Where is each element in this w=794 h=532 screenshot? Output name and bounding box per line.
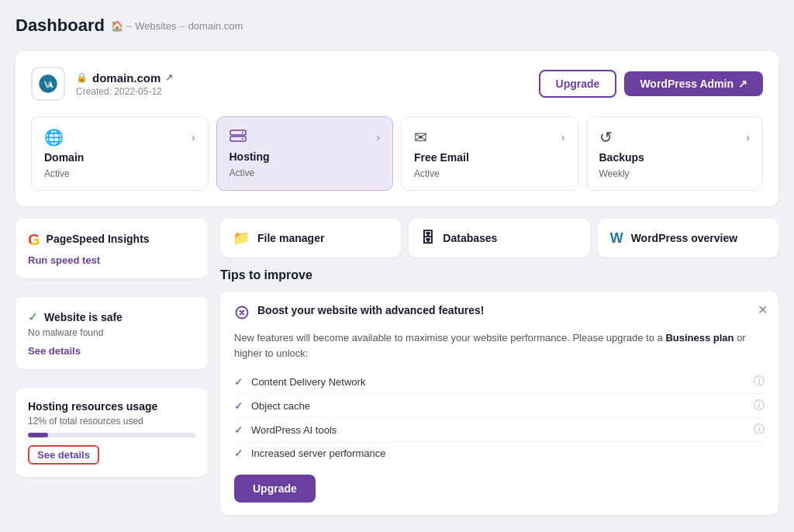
email-status: Active <box>414 168 565 179</box>
external-link-icon[interactable]: ↗ <box>165 72 173 83</box>
site-meta: 🔒 domain.com ↗ Created: 2022-05-12 <box>76 71 173 97</box>
perf-label: Increased server performance <box>251 447 385 459</box>
breadcrumb: 🏠 – Websites – domain.com <box>111 20 243 32</box>
wp-overview-label: WordPress overview <box>631 232 737 244</box>
email-icon: ✉ <box>414 128 427 147</box>
wp-admin-label: WordPress Admin <box>640 78 734 90</box>
feature-list: ✓ Content Delivery Network ⓘ ✓ Object ca… <box>234 370 765 464</box>
site-name-row: 🔒 domain.com ↗ <box>76 71 173 85</box>
feature-object-cache: ✓ Object cache ⓘ <box>234 394 765 418</box>
tip-icon <box>234 305 250 324</box>
tip-headline: Boost your website with advanced feature… <box>257 304 485 316</box>
feature-cdn: ✓ Content Delivery Network ⓘ <box>234 370 765 394</box>
feature-server-perf: ✓ Increased server performance <box>234 442 765 464</box>
quick-tools: 📁 File manager 🗄 Databases W WordPress o… <box>220 219 778 257</box>
site-info-row: 🔒 domain.com ↗ Created: 2022-05-12 Upgra… <box>31 67 763 101</box>
svg-point-2 <box>242 132 243 133</box>
wp-overview-tool[interactable]: W WordPress overview <box>598 219 778 257</box>
wp-overview-icon: W <box>610 230 623 247</box>
cdn-info-icon[interactable]: ⓘ <box>754 375 765 389</box>
hosting-name: Hosting <box>230 150 381 163</box>
upgrade-button[interactable]: Upgrade <box>539 70 617 98</box>
cache-info-icon[interactable]: ⓘ <box>754 399 765 413</box>
site-domain[interactable]: domain.com <box>92 71 161 85</box>
file-manager-label: File manager <box>257 232 324 244</box>
backups-card-header: ↺ › <box>599 128 751 147</box>
hosting-chevron: › <box>376 131 380 143</box>
pagespeed-title: PageSpeed Insights <box>47 233 150 245</box>
left-sidebar: G PageSpeed Insights Run speed test ✓ We… <box>16 219 208 515</box>
breadcrumb-domain[interactable]: domain.com <box>188 20 243 32</box>
wp-admin-ext-icon: ↗ <box>738 78 747 90</box>
main-site-card: 🔒 domain.com ↗ Created: 2022-05-12 Upgra… <box>16 51 778 206</box>
backups-name: Backups <box>599 151 751 164</box>
domain-icon: 🌐 <box>44 128 64 147</box>
file-manager-icon: 📁 <box>233 230 250 247</box>
tip-close-button[interactable]: ✕ <box>758 302 768 317</box>
right-content: 📁 File manager 🗄 Databases W WordPress o… <box>220 219 778 515</box>
site-logo <box>31 67 65 101</box>
service-cards: 🌐 › Domain Active › <box>31 116 763 191</box>
site-actions: Upgrade WordPress Admin ↗ <box>539 70 763 98</box>
safe-check-icon: ✓ <box>28 309 38 324</box>
pagespeed-widget: G PageSpeed Insights Run speed test <box>16 219 208 278</box>
hosting-icon <box>230 128 247 146</box>
progress-bar-bg <box>28 433 195 437</box>
home-icon[interactable]: 🏠 <box>111 20 123 32</box>
domain-card-header: 🌐 › <box>44 128 195 147</box>
page-header: Dashboard 🏠 – Websites – domain.com <box>16 16 778 36</box>
cdn-check-icon: ✓ <box>234 375 243 388</box>
backups-status: Weekly <box>599 168 751 179</box>
lock-icon: 🔒 <box>76 72 88 83</box>
email-card[interactable]: ✉ › Free Email Active <box>401 116 578 191</box>
databases-label: Databases <box>443 232 497 244</box>
pagespeed-link[interactable]: Run speed test <box>28 254 100 266</box>
tip-body-text1: New features will become available to ma… <box>234 332 665 344</box>
progress-bar-fill <box>28 433 48 437</box>
page-title: Dashboard <box>16 16 105 36</box>
hosting-card-header: › <box>230 128 381 146</box>
backups-card[interactable]: ↺ › Backups Weekly <box>586 116 764 191</box>
email-chevron: › <box>561 131 565 143</box>
domain-name: Domain <box>44 151 195 164</box>
ai-info-icon[interactable]: ⓘ <box>754 423 765 437</box>
backups-icon: ↺ <box>599 128 613 147</box>
cache-label: Object cache <box>251 400 310 412</box>
tip-upgrade-button[interactable]: Upgrade <box>234 475 316 503</box>
safety-subtitle: No malware found <box>28 327 195 338</box>
bottom-section: G PageSpeed Insights Run speed test ✓ We… <box>16 219 778 515</box>
wp-admin-button[interactable]: WordPress Admin ↗ <box>624 71 763 96</box>
feature-wp-ai: ✓ WordPress AI tools ⓘ <box>234 418 765 442</box>
safety-widget: ✓ Website is safe No malware found See d… <box>16 297 208 369</box>
breadcrumb-websites[interactable]: Websites <box>135 20 176 32</box>
tip-body-bold: Business plan <box>665 332 734 344</box>
tips-section: Tips to improve ✕ Boost your website wit… <box>220 268 778 515</box>
tip-header: Boost your website with advanced feature… <box>234 304 765 324</box>
tip-body: New features will become available to ma… <box>234 330 765 361</box>
hosting-card[interactable]: › Hosting Active <box>216 116 394 191</box>
email-card-header: ✉ › <box>414 128 565 147</box>
file-manager-tool[interactable]: 📁 File manager <box>220 219 401 257</box>
safety-title: Website is safe <box>44 311 123 323</box>
tip-card: ✕ Boost your website with advanced featu… <box>220 292 778 515</box>
tips-section-title: Tips to improve <box>220 268 778 282</box>
databases-tool[interactable]: 🗄 Databases <box>409 219 589 257</box>
hosting-resources-widget: Hosting resources usage 12% of total res… <box>16 388 208 477</box>
hosting-resources-title: Hosting resources usage <box>28 400 195 413</box>
hosting-see-details-button[interactable]: See details <box>28 445 99 465</box>
hosting-status: Active <box>230 168 381 178</box>
safety-row: ✓ Website is safe <box>28 309 195 324</box>
site-info-left: 🔒 domain.com ↗ Created: 2022-05-12 <box>31 67 173 101</box>
perf-check-icon: ✓ <box>234 447 243 459</box>
safety-link[interactable]: See details <box>28 345 81 357</box>
email-name: Free Email <box>414 151 565 164</box>
domain-status: Active <box>44 168 195 179</box>
domain-card[interactable]: 🌐 › Domain Active <box>31 116 209 191</box>
databases-icon: 🗄 <box>421 230 435 247</box>
domain-chevron: › <box>192 131 195 143</box>
svg-point-3 <box>242 138 243 140</box>
site-created: Created: 2022-05-12 <box>76 86 173 97</box>
google-g-icon: G <box>28 231 40 249</box>
hosting-resources-subtitle: 12% of total resources used <box>28 416 195 427</box>
ai-check-icon: ✓ <box>234 423 243 436</box>
